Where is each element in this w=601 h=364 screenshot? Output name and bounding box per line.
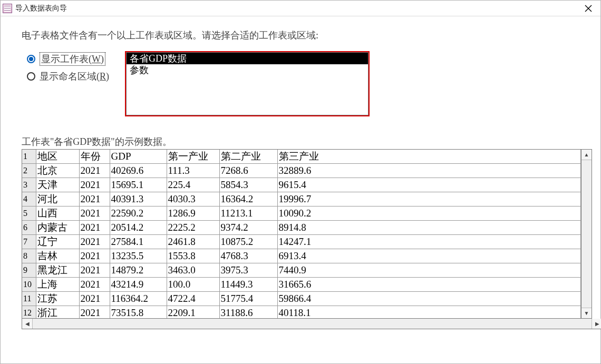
- row-number: 10: [22, 278, 36, 292]
- data-table: 1地区年份GDP第一产业第二产业第三产业2北京202140269.6111.37…: [22, 150, 581, 319]
- cell: 11213.1: [219, 206, 277, 221]
- cell: 1286.9: [167, 206, 219, 221]
- cell: 2021: [79, 263, 110, 278]
- cell: 黑龙江: [36, 263, 79, 278]
- radio-show-worksheets[interactable]: 显示工作表(W): [27, 52, 109, 66]
- table-row: 2北京202140269.6111.37268.632889.6: [22, 164, 581, 178]
- row-number: 5: [22, 206, 36, 221]
- titlebar: 导入数据表向导: [1, 1, 600, 16]
- arrow-down-icon: ▼: [584, 311, 589, 316]
- cell: 10090.2: [277, 206, 581, 221]
- table-row: 4河北202140391.34030.316364.219996.7: [22, 192, 581, 206]
- cell: 40391.3: [110, 192, 167, 206]
- cell: 浙江: [36, 306, 79, 319]
- close-button[interactable]: [576, 1, 600, 16]
- cell: 上海: [36, 278, 79, 292]
- cell: 2021: [79, 278, 110, 292]
- cell: 辽宁: [36, 235, 79, 249]
- sample-data-area: 1地区年份GDP第一产业第二产业第三产业2北京202140269.6111.37…: [22, 149, 592, 319]
- cell: 2021: [79, 178, 110, 192]
- cell: 2225.2: [167, 221, 219, 235]
- cell: 40118.1: [277, 306, 581, 319]
- cell: 9615.4: [277, 178, 581, 192]
- sample-data-label: 工作表"各省GDP数据"的示例数据。: [22, 135, 590, 148]
- radio-group: 显示工作表(W) 显示命名区域(R): [27, 51, 109, 83]
- cell: 111.3: [167, 164, 219, 178]
- list-item[interactable]: 参数: [127, 64, 368, 76]
- radio-icon: [27, 72, 35, 81]
- table-row: 3天津202115695.1225.45854.39615.4: [22, 178, 581, 192]
- cell: 9374.2: [219, 221, 277, 235]
- cell: 100.0: [167, 278, 219, 292]
- row-number: 3: [22, 178, 36, 192]
- cell: 43214.9: [110, 278, 167, 292]
- cell: 2209.1: [167, 306, 219, 319]
- wizard-window: 导入数据表向导 电子表格文件含有一个以上工作表或区域。请选择合适的工作表或区域:…: [0, 0, 601, 364]
- cell: 山西: [36, 206, 79, 221]
- cell: 14879.2: [110, 263, 167, 278]
- table-row: 6内蒙古202120514.22225.29374.28914.8: [22, 221, 581, 235]
- list-item[interactable]: 各省GDP数据: [127, 53, 368, 64]
- radio-icon: [27, 55, 35, 63]
- listbox-highlight-frame: 各省GDP数据 参数: [125, 51, 370, 116]
- scroll-right-button[interactable]: ▶: [592, 319, 601, 329]
- cell: 11449.3: [219, 278, 277, 292]
- column-header: GDP: [110, 150, 167, 164]
- cell: 4722.4: [167, 292, 219, 306]
- row-number: 4: [22, 192, 36, 206]
- instruction-text: 电子表格文件含有一个以上工作表或区域。请选择合适的工作表或区域:: [22, 29, 590, 42]
- cell: 2021: [79, 206, 110, 221]
- vertical-scrollbar[interactable]: ▲ ▼: [581, 149, 592, 319]
- cell: 14247.1: [277, 235, 581, 249]
- table-row: 11江苏2021116364.24722.451775.459866.4: [22, 292, 581, 306]
- cell: 天津: [36, 178, 79, 192]
- cell: 内蒙古: [36, 221, 79, 235]
- cell: 吉林: [36, 249, 79, 263]
- cell: 河北: [36, 192, 79, 206]
- cell: 51775.4: [219, 292, 277, 306]
- horizontal-scrollbar[interactable]: ◀ ▶: [22, 319, 601, 329]
- cell: 2021: [79, 192, 110, 206]
- cell: 1553.8: [167, 249, 219, 263]
- row-number: 8: [22, 249, 36, 263]
- close-icon: [585, 5, 592, 12]
- scroll-left-button[interactable]: ◀: [22, 319, 33, 329]
- cell: 北京: [36, 164, 79, 178]
- worksheet-listbox[interactable]: 各省GDP数据 参数: [126, 52, 369, 115]
- arrow-left-icon: ◀: [25, 321, 30, 327]
- cell: 8914.8: [277, 221, 581, 235]
- cell: 16364.2: [219, 192, 277, 206]
- table-row: 7辽宁202127584.12461.810875.214247.1: [22, 235, 581, 249]
- sample-data-grid[interactable]: 1地区年份GDP第一产业第二产业第三产业2北京202140269.6111.37…: [22, 149, 581, 319]
- row-number: 1: [22, 150, 36, 164]
- cell: 31188.6: [219, 306, 277, 319]
- cell: 10875.2: [219, 235, 277, 249]
- cell: 2021: [79, 249, 110, 263]
- wizard-body: 电子表格文件含有一个以上工作表或区域。请选择合适的工作表或区域: 显示工作表(W…: [1, 16, 600, 363]
- cell: 7440.9: [277, 263, 581, 278]
- cell: 27584.1: [110, 235, 167, 249]
- table-row: 9黑龙江202114879.23463.03975.37440.9: [22, 263, 581, 278]
- cell: 5854.3: [219, 178, 277, 192]
- radio-show-named-ranges[interactable]: 显示命名区域(R): [27, 70, 109, 83]
- scroll-track[interactable]: [581, 160, 592, 308]
- cell: 19996.7: [277, 192, 581, 206]
- cell: 3975.3: [219, 263, 277, 278]
- cell: 73515.8: [110, 306, 167, 319]
- cell: 6913.4: [277, 249, 581, 263]
- cell: 2021: [79, 164, 110, 178]
- table-row: 12浙江202173515.82209.131188.640118.1: [22, 306, 581, 319]
- cell: 7268.6: [219, 164, 277, 178]
- scroll-up-button[interactable]: ▲: [581, 150, 592, 160]
- row-number: 9: [22, 263, 36, 278]
- cell: 59866.4: [277, 292, 581, 306]
- scroll-track[interactable]: [33, 319, 592, 329]
- column-header: 第三产业: [277, 150, 581, 164]
- radio-label-named-ranges: 显示命名区域(R): [40, 70, 109, 83]
- cell: 2461.8: [167, 235, 219, 249]
- table-row: 10上海202143214.9100.011449.331665.6: [22, 278, 581, 292]
- cell: 13235.5: [110, 249, 167, 263]
- selection-row: 显示工作表(W) 显示命名区域(R) 各省GDP数据 参数: [27, 51, 590, 116]
- column-header: 第一产业: [167, 150, 219, 164]
- scroll-down-button[interactable]: ▼: [581, 308, 592, 318]
